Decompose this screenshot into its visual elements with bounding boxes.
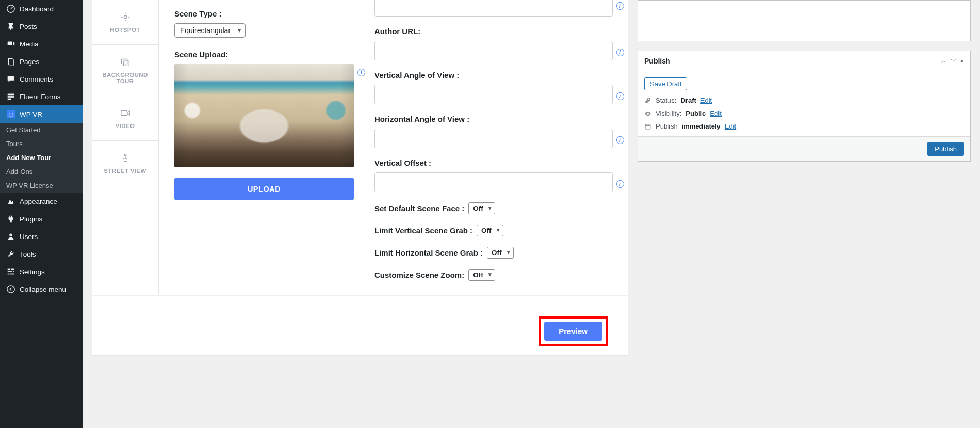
scene-type-select[interactable]: Equirectangular xyxy=(174,23,246,38)
publish-edit-link[interactable]: Edit xyxy=(725,122,736,130)
svg-rect-9 xyxy=(11,269,14,270)
dashboard-icon xyxy=(6,4,15,13)
limit-h-label: Limit Horizontal Scene Grab : xyxy=(374,248,483,257)
svg-rect-4 xyxy=(8,94,14,96)
submenu-add-new-tour[interactable]: Add New Tour xyxy=(0,151,83,165)
help-icon[interactable]: i xyxy=(616,2,624,10)
sidebar-label: Posts xyxy=(20,23,37,30)
video-icon xyxy=(120,107,131,119)
vaov-input[interactable] xyxy=(374,85,613,104)
scene-type-label: Scene Type : xyxy=(174,9,354,18)
preview-button[interactable]: Preview xyxy=(544,322,602,341)
zoom-select[interactable]: Off xyxy=(468,269,495,281)
comments-icon xyxy=(6,74,15,84)
sidebar-item-plugins[interactable]: Plugins xyxy=(0,210,83,228)
svg-point-15 xyxy=(124,15,127,19)
svg-rect-1 xyxy=(8,42,12,45)
side-column: Publish ︿ ﹀ ▴ Save Draft Status: Draft E… xyxy=(638,0,971,355)
zoom-label: Customize Scene Zoom: xyxy=(374,271,464,279)
move-up-icon[interactable]: ︿ xyxy=(941,56,948,66)
publish-title: Publish xyxy=(644,57,671,65)
default-face-label: Set Default Scene Face : xyxy=(374,204,464,213)
editor-body: Scene Type : Equirectangular Scene Uploa… xyxy=(159,0,628,295)
voffset-input[interactable] xyxy=(374,172,613,192)
sidebar-label: Dashboard xyxy=(20,5,54,13)
voffset-label: Vertical Offset : xyxy=(374,158,613,167)
tab-rail: HOTSPOT BACKGROUND TOUR VIDEO STREET VIE… xyxy=(92,0,159,295)
svg-rect-6 xyxy=(8,99,11,100)
sidebar-item-comments[interactable]: Comments xyxy=(0,70,83,88)
help-icon[interactable]: i xyxy=(616,92,624,100)
tab-street-view[interactable]: STREET VIEW xyxy=(92,141,158,185)
svg-rect-18 xyxy=(121,110,127,115)
sidebar-label: Plugins xyxy=(20,215,42,223)
help-icon[interactable]: i xyxy=(357,69,365,76)
sidebar-label: Users xyxy=(20,233,38,241)
svg-rect-13 xyxy=(10,274,14,275)
author-url-input[interactable] xyxy=(374,41,613,60)
sidebar-item-collapse[interactable]: Collapse menu xyxy=(0,280,83,298)
move-down-icon[interactable]: ﹀ xyxy=(951,56,957,66)
tab-label: BACKGROUND TOUR xyxy=(96,72,154,84)
submenu-get-started[interactable]: Get Started xyxy=(0,123,83,137)
publish-body: Save Draft Status: Draft Edit Visibility… xyxy=(638,71,970,136)
sidebar-item-posts[interactable]: Posts xyxy=(0,18,83,35)
limit-v-label: Limit Vertical Scene Grab : xyxy=(374,226,472,235)
tab-background-tour[interactable]: BACKGROUND TOUR xyxy=(92,45,158,96)
svg-rect-8 xyxy=(8,269,10,270)
svg-point-7 xyxy=(9,234,12,236)
main-canvas: HOTSPOT BACKGROUND TOUR VIDEO STREET VIE… xyxy=(83,0,980,428)
sidebar-item-dashboard[interactable]: Dashboard xyxy=(0,0,83,18)
sidebar-item-pages[interactable]: Pages xyxy=(0,53,83,70)
svg-rect-20 xyxy=(645,124,650,129)
help-icon[interactable]: i xyxy=(616,136,624,144)
sidebar-label: Fluent Forms xyxy=(20,93,61,101)
svg-point-19 xyxy=(124,154,126,156)
svg-rect-10 xyxy=(8,271,12,272)
top-input[interactable] xyxy=(374,0,613,17)
upload-button[interactable]: UPLOAD xyxy=(174,178,354,200)
sidebar-label: Tools xyxy=(20,250,36,258)
haov-input[interactable] xyxy=(374,129,613,148)
sidebar-item-tools[interactable]: Tools xyxy=(0,245,83,263)
svg-rect-16 xyxy=(121,59,127,64)
submenu-license[interactable]: WP VR License xyxy=(0,179,83,193)
submenu-addons[interactable]: Add-Ons xyxy=(0,165,83,179)
svg-rect-5 xyxy=(8,96,14,98)
sidebar-item-wpvr[interactable]: ⬚ WP VR xyxy=(0,105,83,123)
streetview-icon xyxy=(120,152,131,164)
svg-rect-11 xyxy=(13,271,14,272)
preview-highlight: Preview xyxy=(539,316,608,346)
sidebar-label: Pages xyxy=(20,58,39,66)
tab-label: HOTSPOT xyxy=(110,27,140,33)
limit-v-select[interactable]: Off xyxy=(477,225,503,236)
status-edit-link[interactable]: Edit xyxy=(700,97,712,104)
tab-hotspot[interactable]: HOTSPOT xyxy=(92,0,158,45)
settings-icon xyxy=(6,267,15,276)
visibility-edit-link[interactable]: Edit xyxy=(710,109,721,117)
sidebar-label: Appearance xyxy=(20,198,57,205)
tab-video[interactable]: VIDEO xyxy=(92,96,158,141)
sidebar-item-fluentforms[interactable]: Fluent Forms xyxy=(0,88,83,105)
sidebar-item-settings[interactable]: Settings xyxy=(0,263,83,280)
calendar-icon xyxy=(644,123,651,130)
publish-button[interactable]: Publish xyxy=(927,142,964,156)
help-icon[interactable]: i xyxy=(616,180,624,188)
submenu-tours[interactable]: Tours xyxy=(0,137,83,151)
save-draft-button[interactable]: Save Draft xyxy=(644,77,687,90)
publish-box: Publish ︿ ﹀ ▴ Save Draft Status: Draft E… xyxy=(638,51,971,162)
visibility-row: Visibility: Public Edit xyxy=(644,109,964,117)
pin-icon xyxy=(6,22,15,31)
sidebar-item-users[interactable]: Users xyxy=(0,228,83,245)
toggle-icon[interactable]: ▴ xyxy=(960,56,964,66)
limit-h-select[interactable]: Off xyxy=(487,247,514,259)
sidebar-item-media[interactable]: Media xyxy=(0,35,83,53)
haov-label: Horizontal Angle of View : xyxy=(374,115,613,123)
sidebar-item-appearance[interactable]: Appearance xyxy=(0,193,83,210)
default-face-select[interactable]: Off xyxy=(468,202,495,214)
key-icon xyxy=(644,97,651,104)
help-icon[interactable]: i xyxy=(616,49,624,56)
excerpt-box[interactable] xyxy=(638,0,971,41)
tools-icon xyxy=(6,249,15,259)
svg-rect-3 xyxy=(9,59,13,66)
